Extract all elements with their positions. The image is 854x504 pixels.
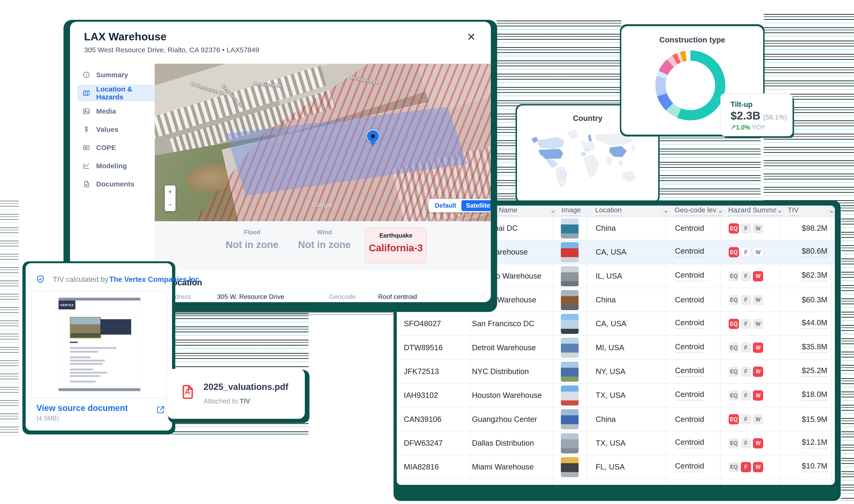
geocode-cell[interactable]: Centroid xyxy=(675,288,704,311)
hazard-badge-eq[interactable]: EQ xyxy=(729,438,739,448)
tiv-cell[interactable]: $18.0M xyxy=(780,383,828,407)
country-china[interactable] xyxy=(609,146,627,157)
geocode-cell[interactable]: Centroid xyxy=(675,312,704,335)
geocode-cell[interactable]: Centroid xyxy=(675,240,704,264)
hazard-badge-eq[interactable]: EQ xyxy=(729,319,739,329)
tiv-cell[interactable]: $15.9M xyxy=(780,408,828,431)
hazard-badge-f[interactable]: F xyxy=(741,223,751,234)
column-resize-handle[interactable]: ◀▶ xyxy=(662,207,670,216)
map-pin-icon[interactable] xyxy=(366,129,380,143)
building-photo[interactable] xyxy=(561,433,579,453)
geocode-cell[interactable]: Centroid xyxy=(675,383,704,407)
view-source-document-link[interactable]: View source document xyxy=(36,403,128,413)
hazard-badge-eq[interactable]: EQ xyxy=(729,247,739,257)
construction-donut-chart[interactable] xyxy=(655,50,725,121)
hazard-badge-w[interactable]: W xyxy=(753,343,763,353)
building-photo[interactable] xyxy=(561,457,579,477)
hazard-badge-w[interactable]: W xyxy=(753,223,763,234)
country-spain[interactable] xyxy=(581,152,586,156)
column-resize-handle[interactable]: ◀▶ xyxy=(549,207,557,216)
hazard-badge-eq[interactable]: EQ xyxy=(729,223,739,234)
hazard-badge-f[interactable]: F xyxy=(741,390,751,401)
hazard-badge-eq[interactable]: EQ xyxy=(729,462,739,472)
hazard-badge-w[interactable]: W xyxy=(753,438,763,448)
map-default-button[interactable]: Default xyxy=(430,202,461,209)
column-resize-handle[interactable]: ◀▶ xyxy=(776,207,784,216)
map-satellite-button[interactable]: Satellite xyxy=(461,200,491,211)
col-header-geo-code-level[interactable]: Geo-code level xyxy=(675,205,722,217)
table-row[interactable]: JFK72513 NYC Distribution NY, USA Centro… xyxy=(397,360,835,383)
building-photo[interactable] xyxy=(561,338,579,358)
hazard-badge-eq[interactable]: EQ xyxy=(729,390,739,401)
tiv-cell[interactable]: $44.0M xyxy=(780,312,828,335)
building-photo[interactable] xyxy=(561,218,579,238)
sidebar-item-summary[interactable]: Summary xyxy=(77,67,155,83)
building-photo[interactable] xyxy=(561,385,579,406)
tiv-cell[interactable]: $10.7M xyxy=(780,455,828,479)
hazard-badge-f[interactable]: F xyxy=(741,438,751,448)
country-mexico[interactable] xyxy=(546,159,558,168)
close-icon[interactable]: ✕ xyxy=(467,32,476,42)
sidebar-item-location-hazards[interactable]: Location & Hazards xyxy=(77,85,155,102)
hazard-badge-w[interactable]: W xyxy=(753,271,763,282)
hazard-badge-f[interactable]: F xyxy=(741,295,751,305)
geocode-cell[interactable]: Centroid xyxy=(675,408,704,431)
table-row[interactable]: IAH93102 Houston Warehouse TX, USA Centr… xyxy=(397,383,835,408)
sidebar-item-values[interactable]: Values xyxy=(77,121,155,138)
hazard-badge-w[interactable]: W xyxy=(753,319,763,329)
hazard-badge-w[interactable]: W xyxy=(753,366,763,377)
vertex-company-link[interactable]: The Vertex Companies Inc. xyxy=(109,275,201,284)
geocode-cell[interactable]: Centroid xyxy=(675,431,704,455)
satellite-map[interactable]: W Resource Dr Resource Dr Resource Dr Re… xyxy=(155,64,491,221)
table-row[interactable]: SFO48027 San Francisco DC CA, USA Centro… xyxy=(397,312,835,336)
hazard-badge-f[interactable]: F xyxy=(741,343,751,353)
hazard-badge-w[interactable]: W xyxy=(753,390,763,401)
table-row[interactable]: DFW63247 Dallas Distribution TX, USA Cen… xyxy=(397,431,835,455)
tiv-cell[interactable]: $62.3M xyxy=(780,264,828,288)
pdf-attachment-chip[interactable]: A 2025_valuations.pdf Attached to TIV xyxy=(167,369,305,419)
hazard-badge-f[interactable]: F xyxy=(741,271,751,282)
geocode-cell[interactable]: Centroid xyxy=(675,360,704,383)
country-canada[interactable] xyxy=(537,137,564,149)
col-header-location[interactable]: Location xyxy=(595,205,622,217)
hazard-badge-eq[interactable]: EQ xyxy=(729,366,739,377)
hazard-badge-f[interactable]: F xyxy=(741,414,751,425)
geocode-cell[interactable]: Centroid xyxy=(675,455,704,479)
col-header-tiv[interactable]: TIV xyxy=(788,205,799,217)
hazard-badge-eq[interactable]: EQ xyxy=(729,295,739,305)
building-photo[interactable] xyxy=(561,314,579,334)
sidebar-item-cope[interactable]: COPE xyxy=(77,139,155,156)
hazard-badge-f[interactable]: F xyxy=(741,462,751,472)
sidebar-item-media[interactable]: Media xyxy=(77,103,155,120)
hazard-badge-eq[interactable]: EQ xyxy=(729,343,739,353)
building-photo[interactable] xyxy=(561,409,579,429)
hazard-badge-f[interactable]: F xyxy=(741,366,751,377)
source-document-preview-panel[interactable]: VERTEX xyxy=(31,291,167,398)
tiv-cell[interactable]: $35.8M xyxy=(780,336,828,359)
tiv-cell[interactable]: $80.6M xyxy=(780,240,828,264)
table-row[interactable]: CAN39106 Guangzhou Center China Centroid… xyxy=(397,408,835,431)
building-photo[interactable] xyxy=(561,266,579,286)
country-sweden[interactable] xyxy=(588,134,592,142)
table-row[interactable]: MIA82816 Miami Warehouse FL, USA Centroi… xyxy=(397,455,835,479)
geocode-cell[interactable]: Centroid xyxy=(675,336,704,359)
hazard-badge-eq[interactable]: EQ xyxy=(729,271,739,282)
hazard-badge-f[interactable]: F xyxy=(741,247,751,257)
country-alaska[interactable] xyxy=(531,137,538,143)
building-photo[interactable] xyxy=(561,362,579,382)
hazard-badge-eq[interactable]: EQ xyxy=(729,414,739,425)
sidebar-item-modeling[interactable]: Modeling xyxy=(77,158,155,174)
hazard-badge-w[interactable]: W xyxy=(753,247,763,257)
tiv-cell[interactable]: $25.2M xyxy=(780,360,828,383)
column-resize-handle[interactable]: ◀▶ xyxy=(828,207,835,216)
tiv-cell[interactable]: $12.1M xyxy=(780,431,828,455)
sidebar-item-documents[interactable]: Documents xyxy=(77,176,155,193)
building-photo[interactable] xyxy=(561,290,579,310)
country-usa[interactable] xyxy=(538,149,563,159)
tiv-cell[interactable]: $60.3M xyxy=(780,288,828,311)
zoom-out-button[interactable]: − xyxy=(165,199,176,211)
hazard-badge-w[interactable]: W xyxy=(753,414,763,425)
column-resize-handle[interactable]: ◀▶ xyxy=(716,207,725,216)
hazard-badge-f[interactable]: F xyxy=(741,319,751,329)
hazard-badge-w[interactable]: W xyxy=(753,462,763,472)
